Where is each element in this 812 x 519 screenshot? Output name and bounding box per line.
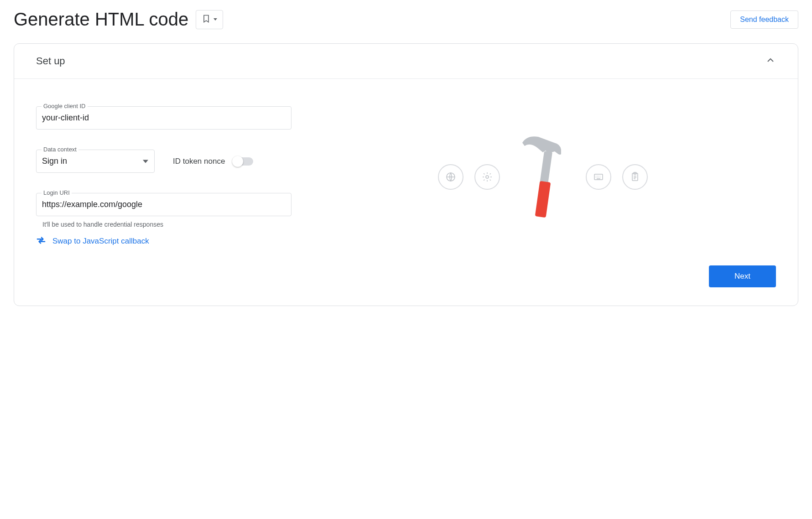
card-title: Set up [36, 55, 65, 67]
page-title: Generate HTML code [14, 9, 188, 30]
send-feedback-button[interactable]: Send feedback [730, 10, 798, 29]
bookmark-icon [202, 14, 211, 25]
client-id-input[interactable] [36, 106, 291, 130]
preview-steps [310, 106, 776, 247]
swap-callback-link[interactable]: Swap to JavaScript callback [36, 235, 291, 247]
globe-icon [438, 164, 463, 190]
hammer-icon [511, 131, 575, 223]
login-uri-label: Login URI [42, 189, 72, 196]
clipboard-icon [622, 164, 648, 190]
next-button[interactable]: Next [709, 265, 776, 287]
caret-down-icon [213, 18, 217, 21]
svg-rect-2 [540, 151, 552, 185]
nonce-toggle[interactable] [233, 157, 253, 166]
login-uri-input[interactable] [36, 193, 291, 216]
data-context-select[interactable]: Sign in [36, 150, 155, 173]
setup-card: Set up Google client ID Data context Sig… [14, 43, 798, 306]
nonce-label: ID token nonce [173, 157, 225, 166]
chevron-up-icon [765, 55, 776, 67]
keyboard-icon [586, 164, 611, 190]
swap-icon [36, 235, 46, 247]
bookmark-dropdown[interactable] [196, 10, 223, 29]
gear-icon [474, 164, 500, 190]
login-uri-helper: It'll be used to handle credential respo… [42, 221, 291, 228]
svg-point-1 [486, 176, 489, 178]
svg-rect-3 [535, 181, 551, 218]
card-header[interactable]: Set up [14, 44, 798, 79]
client-id-label: Google client ID [42, 103, 88, 109]
toggle-knob [232, 156, 243, 167]
data-context-label: Data context [42, 146, 78, 153]
swap-callback-text: Swap to JavaScript callback [52, 237, 149, 246]
